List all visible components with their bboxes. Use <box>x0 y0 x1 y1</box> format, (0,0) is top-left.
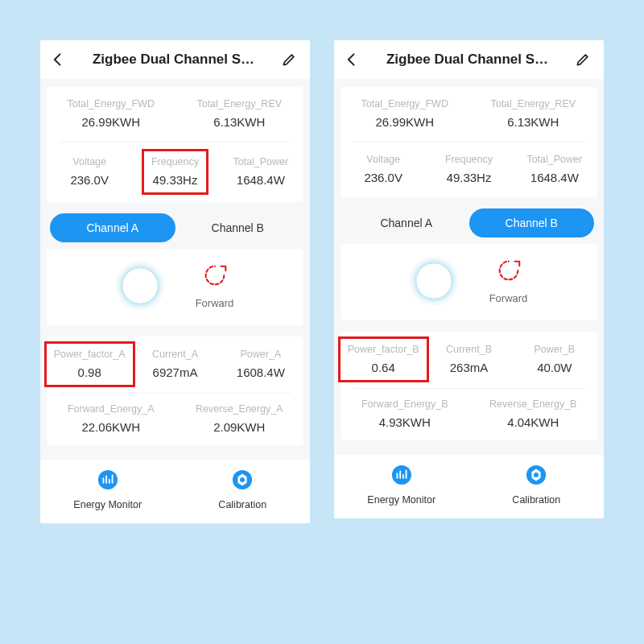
nav-label: Energy Monitor <box>367 494 436 506</box>
tab-channel-b[interactable]: Channel B <box>175 213 301 242</box>
reverse-energy: Reverse_Energy_B 4.04KWH <box>469 398 598 429</box>
power-factor: Power_factor_A 0.98 <box>47 346 132 382</box>
power-dial[interactable] <box>411 258 457 304</box>
metric-label: Power_B <box>534 344 575 355</box>
metric-value: 4.04KWH <box>507 415 559 429</box>
metric-label: Frequency <box>151 156 199 167</box>
metric-value: 49.33Hz <box>153 173 198 187</box>
energy-summary-card: Total_Energy_FWD 26.99KWH Total_Energy_R… <box>341 87 597 197</box>
direction-label: Forward <box>489 292 528 304</box>
metric-label: Current_A <box>152 349 198 360</box>
metric-value: 22.06KWH <box>81 420 140 434</box>
forward-energy: Forward_Energy_A 22.06KWH <box>47 403 175 434</box>
frequency: Frequency 49.33Hz <box>426 154 511 184</box>
tab-channel-a[interactable]: Channel A <box>50 213 175 242</box>
channel-metrics: Power_factor_A 0.98 Current_A 6927mA Pow… <box>47 336 303 445</box>
nav-calibration[interactable]: Calibration <box>175 469 311 510</box>
total-energy-fwd: Total_Energy_FWD 26.99KWH <box>47 98 175 129</box>
phone-left: Zigbee Dual Channel S… Total_Energy_FWD … <box>40 40 310 523</box>
frequency: Frequency 49.33Hz <box>132 154 217 189</box>
metric-value: 6.13KWH <box>507 115 559 129</box>
power-dial[interactable] <box>117 262 163 309</box>
total-energy-fwd: Total_Energy_FWD 26.99KWH <box>341 98 469 129</box>
gear-icon <box>526 464 547 489</box>
metric-value: 6.13KWH <box>213 115 265 129</box>
page-title: Zigbee Dual Channel S… <box>360 52 575 68</box>
metric-value: 1608.4W <box>237 365 285 379</box>
metric-value: 26.99KWH <box>375 115 434 129</box>
voltage: Voltage 236.0V <box>341 154 426 184</box>
power-factor: Power_factor_B 0.64 <box>341 341 426 377</box>
bottom-nav: Energy Monitor Calibration <box>334 455 604 518</box>
metric-label: Reverse_Energy_A <box>196 403 283 415</box>
metric-label: Power_A <box>240 349 281 360</box>
edit-icon[interactable] <box>575 52 591 68</box>
metric-value: 26.99KWH <box>81 115 140 129</box>
current: Current_A 6927mA <box>132 346 217 382</box>
metric-value: 236.0V <box>364 171 402 184</box>
power: Power_B 40.0W <box>512 341 597 377</box>
voltage: Voltage 236.0V <box>47 154 132 189</box>
metric-value: 4.93KWH <box>379 415 431 429</box>
metric-label: Frequency <box>445 154 493 165</box>
chart-icon <box>97 469 118 493</box>
titlebar: Zigbee Dual Channel S… <box>40 40 310 79</box>
metric-value: 40.0W <box>537 361 572 374</box>
power: Power_A 1608.4W <box>218 346 303 382</box>
direction-indicator[interactable]: Forward <box>196 262 234 309</box>
page-title: Zigbee Dual Channel S… <box>66 52 281 68</box>
back-icon[interactable] <box>50 52 66 68</box>
metric-value: 1648.4W <box>237 173 285 187</box>
nav-calibration[interactable]: Calibration <box>469 464 605 506</box>
tab-channel-b[interactable]: Channel B <box>469 208 595 237</box>
direction-label: Forward <box>196 297 234 309</box>
reverse-energy: Reverse_Energy_A 2.09KWH <box>175 403 304 434</box>
svg-point-7 <box>534 473 539 477</box>
metric-label: Voltage <box>72 156 106 167</box>
metric-label: Current_B <box>446 344 492 355</box>
metric-value: 1648.4W <box>530 171 579 184</box>
energy-summary-card: Total_Energy_FWD 26.99KWH Total_Energy_R… <box>47 87 303 202</box>
edit-icon[interactable] <box>281 52 297 68</box>
metric-label: Forward_Energy_A <box>68 403 155 415</box>
metric-value: 6927mA <box>153 365 198 379</box>
svg-point-4 <box>392 465 411 485</box>
channel-tabs: Channel A Channel B <box>341 208 597 237</box>
metric-label: Total_Energy_FWD <box>68 98 155 109</box>
total-energy-rev: Total_Energy_REV 6.13KWH <box>175 98 304 129</box>
metric-label: Total_Energy_REV <box>490 98 576 109</box>
forward-arrow-icon <box>201 262 229 292</box>
metric-label: Total_Power <box>526 154 582 165</box>
metric-label: Total_Energy_FWD <box>361 98 448 109</box>
metric-label: Power_factor_A <box>54 349 126 360</box>
forward-energy: Forward_Energy_B 4.93KWH <box>341 398 469 429</box>
nav-energy-monitor[interactable]: Energy Monitor <box>334 464 469 506</box>
nav-label: Energy Monitor <box>73 499 142 510</box>
switch-area: Forward <box>341 244 597 320</box>
nav-energy-monitor[interactable]: Energy Monitor <box>40 469 175 510</box>
metric-label: Power_factor_B <box>348 344 419 355</box>
highlight-box: Power_factor_B 0.64 <box>338 336 429 382</box>
tab-channel-a[interactable]: Channel A <box>344 208 469 237</box>
metric-value: 236.0V <box>70 173 109 187</box>
svg-point-3 <box>240 477 245 482</box>
forward-arrow-icon <box>495 257 522 287</box>
metric-label: Total_Energy_REV <box>196 98 282 109</box>
bottom-nav: Energy Monitor Calibration <box>40 460 310 523</box>
nav-label: Calibration <box>218 499 266 510</box>
current: Current_B 263mA <box>426 341 511 377</box>
metric-value: 2.09KWH <box>213 420 265 434</box>
metric-value: 49.33Hz <box>447 171 492 184</box>
metric-value: 263mA <box>450 361 489 374</box>
total-energy-rev: Total_Energy_REV 6.13KWH <box>469 98 598 129</box>
channel-metrics: Power_factor_B 0.64 Current_B 263mA Powe… <box>341 332 597 440</box>
direction-indicator[interactable]: Forward <box>489 257 528 304</box>
back-icon[interactable] <box>344 52 360 68</box>
metric-value: 0.64 <box>372 361 395 374</box>
phone-right: Zigbee Dual Channel S… Total_Energy_FWD … <box>334 40 604 518</box>
channel-tabs: Channel A Channel B <box>47 213 303 242</box>
titlebar: Zigbee Dual Channel S… <box>334 40 604 79</box>
nav-label: Calibration <box>512 494 560 506</box>
switch-area: Forward <box>47 249 303 325</box>
metric-label: Total_Power <box>233 156 288 167</box>
